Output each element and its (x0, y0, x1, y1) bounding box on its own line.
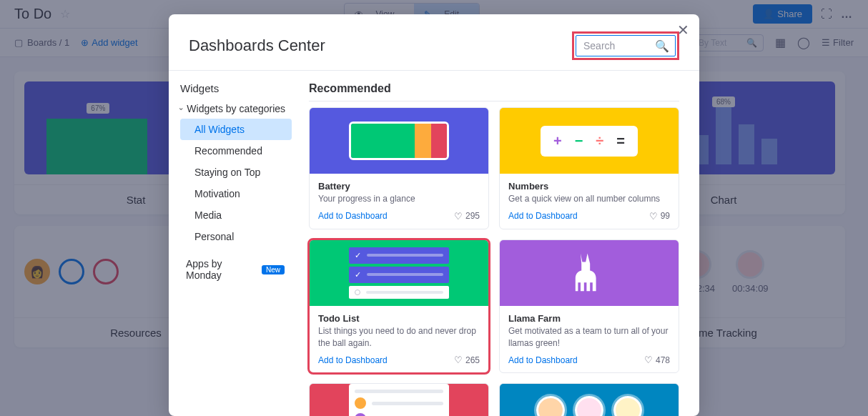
sidebar-item-apps-by-monday[interactable]: Apps by Monday New (180, 253, 292, 286)
llama-icon (572, 252, 606, 294)
add-to-dashboard-button[interactable]: Add to Dashboard (318, 355, 388, 365)
card-title: Todo List (318, 313, 480, 324)
chevron-down-icon: › (177, 107, 185, 109)
avatar-icon (575, 396, 603, 416)
card-title: Numbers (508, 181, 670, 192)
dashboards-center-modal: ✕ Dashboards Center 🔍 Widgets › Widgets … (169, 14, 699, 416)
sidebar-item-staying-on-top[interactable]: Staying on Top (180, 162, 292, 183)
avatar-icon (536, 396, 565, 416)
blue-preview (500, 384, 679, 416)
search-highlight-box: 🔍 (572, 31, 679, 60)
close-icon[interactable]: ✕ (677, 21, 689, 39)
likes-count[interactable]: ♡99 (649, 211, 670, 222)
sidebar-item-all-widgets[interactable]: All Widgets (180, 119, 292, 140)
search-icon: 🔍 (655, 39, 669, 53)
heart-icon: ♡ (644, 355, 653, 365)
likes-count[interactable]: ♡295 (454, 211, 480, 222)
battery-preview (310, 108, 488, 174)
heart-icon: ♡ (454, 355, 463, 365)
sidebar-category-toggle[interactable]: › Widgets by categories (180, 103, 297, 114)
likes-count[interactable]: ♡265 (454, 355, 480, 365)
modal-sidebar: Widgets › Widgets by categories All Widg… (169, 71, 297, 416)
widget-card-partial-right (499, 383, 679, 416)
search-input[interactable] (583, 40, 654, 51)
add-to-dashboard-button[interactable]: Add to Dashboard (508, 355, 578, 365)
add-to-dashboard-button[interactable]: Add to Dashboard (508, 211, 578, 221)
sidebar-head-widgets: Widgets (180, 82, 297, 94)
widget-card-partial-left (309, 383, 489, 416)
llama-preview (500, 240, 679, 306)
modal-content: Recommended Battery Your progress in a g… (297, 71, 699, 416)
numbers-preview: +−÷= (500, 108, 679, 174)
widget-card-battery: Battery Your progress in a glance Add to… (309, 107, 489, 229)
sidebar-item-media[interactable]: Media (180, 204, 292, 226)
card-title: Battery (318, 181, 480, 192)
todo-preview: ✓ ✓ (310, 240, 488, 306)
card-desc: Your progress in a glance (318, 193, 480, 205)
sidebar-item-motivation[interactable]: Motivation (180, 183, 292, 204)
widget-card-todo-list: ✓ ✓ Todo List List things you need to do… (309, 239, 489, 374)
sidebar-item-personal[interactable]: Personal (180, 226, 292, 247)
new-badge: New (262, 265, 285, 274)
heart-icon: ♡ (454, 211, 463, 222)
card-title: Llama Farm (508, 313, 670, 324)
widget-card-llama-farm: Llama Farm Get motivated as a team to tu… (499, 239, 679, 374)
avatar-icon (613, 396, 642, 416)
card-desc: List things you need to do and never dro… (318, 325, 480, 350)
red-preview (310, 384, 488, 416)
add-to-dashboard-button[interactable]: Add to Dashboard (318, 211, 388, 221)
heart-icon: ♡ (649, 211, 658, 222)
sidebar-item-recommended[interactable]: Recommended (180, 140, 292, 162)
card-desc: Get a quick view on all number columns (508, 193, 670, 205)
section-title: Recommended (309, 82, 679, 101)
widget-card-numbers: +−÷= Numbers Get a quick view on all num… (499, 107, 679, 229)
likes-count[interactable]: ♡478 (644, 355, 670, 365)
card-desc: Get motivated as a team to turn all of y… (508, 325, 670, 350)
modal-title: Dashboards Center (189, 36, 572, 55)
